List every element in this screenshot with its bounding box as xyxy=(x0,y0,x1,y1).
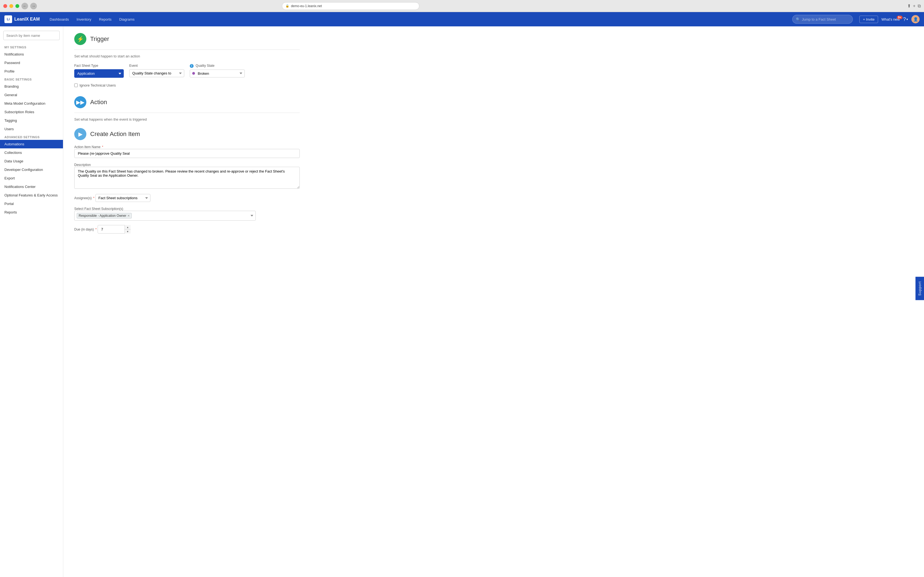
basic-settings-section-label: BASIC SETTINGS xyxy=(0,76,63,82)
address-bar: 🔒 demo-eu-1.leanix.net xyxy=(282,2,419,10)
event-label: Event xyxy=(129,64,184,68)
sidebar-item-collections[interactable]: Collections xyxy=(0,148,63,157)
browser-chrome: ← → 🔒 demo-eu-1.leanix.net ⬆ + ⧉ xyxy=(0,0,924,12)
whats-new-button[interactable]: What's new 9+ xyxy=(881,17,900,21)
help-button[interactable]: ? ▾ xyxy=(903,16,908,22)
sidebar-item-subscription-roles[interactable]: Subscription Roles xyxy=(0,108,63,116)
quality-state-label: i Quality State xyxy=(190,64,245,68)
assignees-label: Assignee(s) * xyxy=(74,196,95,200)
quality-state-info-icon: i xyxy=(190,64,194,68)
create-action-title: Create Action Item xyxy=(90,131,140,138)
action-section: ▶▶ Action Set what happens when the even… xyxy=(74,96,300,121)
quality-state-select[interactable]: Broken xyxy=(195,70,244,77)
due-days-wrapper: ▲ ▼ xyxy=(98,225,131,234)
nav-reports[interactable]: Reports xyxy=(96,16,115,23)
spinner-down[interactable]: ▼ xyxy=(125,229,131,234)
logo-icon: Li xyxy=(5,15,12,23)
trigger-icon: ⚡ xyxy=(74,33,86,45)
brand-name: LeanIX EAM xyxy=(14,17,40,22)
sidebar-item-automations[interactable]: Automations xyxy=(0,140,63,148)
forward-button[interactable]: → xyxy=(30,3,37,9)
ignore-technical-users-row: Ignore Technical Users xyxy=(74,83,300,87)
maximize-btn[interactable] xyxy=(15,4,19,8)
sidebar-item-password[interactable]: Password xyxy=(0,58,63,67)
header-actions: + Invite What's new 9+ ? ▾ 👤 xyxy=(859,15,919,23)
sidebar-item-tagging[interactable]: Tagging xyxy=(0,116,63,125)
sidebar-item-optional-features[interactable]: Optional Features & Early Access xyxy=(0,191,63,200)
new-tab-button[interactable]: + xyxy=(913,3,916,8)
avatar[interactable]: 👤 xyxy=(911,15,919,23)
advanced-settings-section-label: ADVANCED SETTINGS xyxy=(0,133,63,140)
action-item-form: Action Item Name * Description Assignee( xyxy=(74,145,300,234)
sidebar-search-wrapper[interactable] xyxy=(3,31,60,40)
back-button[interactable]: ← xyxy=(21,3,28,9)
action-item-name-label: Action Item Name * xyxy=(74,145,103,149)
lock-icon: 🔒 xyxy=(286,4,289,8)
sidebar-item-general[interactable]: General xyxy=(0,91,63,99)
sidebar-item-export[interactable]: Export xyxy=(0,174,63,182)
action-icon: ▶▶ xyxy=(74,96,86,108)
logo-area: Li LeanIX EAM xyxy=(5,15,40,23)
main-nav: Dashboards Inventory Reports Diagrams xyxy=(46,16,138,23)
action-section-header: ▶▶ Action xyxy=(74,96,300,108)
trigger-section-header: ⚡ Trigger xyxy=(74,33,300,45)
subscription-tag: Responsible - Application Owner ✕ xyxy=(77,213,132,218)
support-button[interactable]: Support xyxy=(916,277,924,300)
action-title: Action xyxy=(90,98,107,106)
sidebar-search-input[interactable] xyxy=(6,34,57,38)
remove-subscription-chip[interactable]: ✕ xyxy=(127,214,130,218)
content-area: ⚡ Trigger Set what should happen to star… xyxy=(63,26,924,577)
quality-dot xyxy=(192,72,195,75)
content-inner: ⚡ Trigger Set what should happen to star… xyxy=(63,26,311,245)
sidebar-item-branding[interactable]: Branding xyxy=(0,82,63,91)
sidebar-item-notifications[interactable]: Notifications xyxy=(0,50,63,58)
due-required-indicator: * xyxy=(95,227,97,231)
spinner-up[interactable]: ▲ xyxy=(125,225,131,229)
fact-sheet-type-group: Fact Sheet Type Application xyxy=(74,64,124,78)
create-action-header: ▶ Create Action Item xyxy=(74,128,300,140)
sidebar-item-reports[interactable]: Reports xyxy=(0,208,63,216)
assignees-select[interactable]: Fact Sheet subscriptions xyxy=(95,194,150,202)
create-action-icon: ▶ xyxy=(74,128,86,140)
minimize-btn[interactable] xyxy=(9,4,13,8)
nav-diagrams[interactable]: Diagrams xyxy=(116,16,138,23)
sidebar-item-users[interactable]: Users xyxy=(0,125,63,133)
sidebar-item-portal[interactable]: Portal xyxy=(0,200,63,208)
due-days-row: Due (in days) * ▲ ▼ xyxy=(74,225,300,234)
action-divider xyxy=(74,113,300,113)
tab-overview-button[interactable]: ⧉ xyxy=(918,3,921,8)
search-icon: 🔍 xyxy=(796,17,800,21)
sidebar-item-developer-config[interactable]: Developer Configuration xyxy=(0,165,63,174)
fact-sheet-type-select[interactable]: Application xyxy=(74,69,124,78)
subscription-multiselect[interactable]: Responsible - Application Owner ✕ xyxy=(74,211,256,221)
event-select[interactable]: Quality State changes to xyxy=(129,69,184,77)
description-textarea[interactable] xyxy=(74,167,300,189)
sidebar-item-meta-model[interactable]: Meta Model Configuration xyxy=(0,99,63,108)
header-search[interactable]: 🔍 xyxy=(792,15,853,24)
quality-state-group: i Quality State Broken xyxy=(190,64,245,77)
notification-badge: 9+ xyxy=(897,16,903,19)
quality-state-wrapper: Broken xyxy=(190,69,245,77)
my-settings-section-label: MY SETTINGS xyxy=(0,44,63,50)
share-button[interactable]: ⬆ xyxy=(907,3,911,8)
action-item-name-row: Action Item Name * xyxy=(74,145,300,158)
fact-sheet-search-input[interactable] xyxy=(802,17,849,21)
ignore-technical-users-label[interactable]: Ignore Technical Users xyxy=(79,83,116,87)
trigger-title: Trigger xyxy=(90,35,109,43)
nav-dashboards[interactable]: Dashboards xyxy=(46,16,72,23)
action-subtitle: Set what happens when the event is trigg… xyxy=(74,117,300,121)
fact-sheet-type-label: Fact Sheet Type xyxy=(74,64,124,68)
assignees-required-indicator: * xyxy=(93,196,95,200)
invite-button[interactable]: + Invite xyxy=(859,16,878,23)
sidebar-item-data-usage[interactable]: Data Usage xyxy=(0,157,63,165)
due-days-label: Due (in days) * xyxy=(74,227,98,231)
ignore-technical-users-checkbox[interactable] xyxy=(74,84,78,87)
sidebar-item-profile[interactable]: Profile xyxy=(0,67,63,76)
action-item-name-input[interactable] xyxy=(74,149,300,158)
description-row: Description xyxy=(74,163,300,190)
sidebar-item-notifications-center[interactable]: Notifications Center xyxy=(0,182,63,191)
close-btn[interactable] xyxy=(3,4,7,8)
nav-inventory[interactable]: Inventory xyxy=(73,16,95,23)
create-action-item-section: ▶ Create Action Item Action Item Name * xyxy=(74,128,300,234)
browser-actions: ⬆ + ⧉ xyxy=(907,3,921,8)
